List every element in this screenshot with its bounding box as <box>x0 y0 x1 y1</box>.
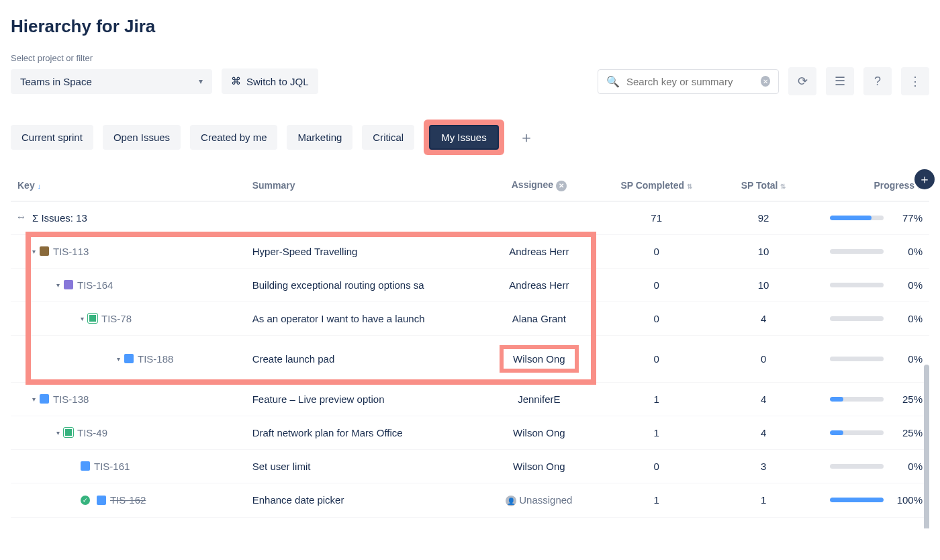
issue-spc: 1 <box>598 416 715 449</box>
issue-progress: 0% <box>818 313 923 324</box>
col-progress[interactable]: Progress ⇅ <box>812 170 929 201</box>
table-row[interactable]: ▾ TIS-188Create launch padWilson Ong000% <box>11 335 929 382</box>
chevron-down-icon[interactable]: ▾ <box>56 281 60 289</box>
table-row[interactable]: ▾ TIS-164Building exceptional routing op… <box>11 268 929 301</box>
project-select[interactable]: Teams in Space ▾ <box>11 69 212 94</box>
issue-spc: 0 <box>598 335 715 382</box>
issue-spc: 0 <box>598 449 715 483</box>
issue-assignee[interactable]: Wilson Ong <box>480 416 598 449</box>
jql-icon: ⌘ <box>231 75 241 87</box>
chevron-down-icon[interactable]: ▾ <box>32 248 36 255</box>
plus-icon: ＋ <box>919 171 931 187</box>
issue-key[interactable]: TIS-188 <box>138 353 173 365</box>
col-sp-total[interactable]: SP Total ⇅ <box>715 170 812 201</box>
issue-progress: 25% <box>818 427 923 438</box>
issue-summary[interactable]: Enhance date picker <box>246 483 481 518</box>
help-icon: ? <box>874 75 881 89</box>
epic-icon <box>64 280 73 289</box>
help-button[interactable]: ? <box>863 67 892 95</box>
issue-key[interactable]: TIS-78 <box>101 313 132 324</box>
totals-row: ⤢ Σ Issues: 13719277% <box>11 201 929 234</box>
issue-summary[interactable]: Set user limit <box>246 449 481 483</box>
refresh-button[interactable]: ⟳ <box>788 67 816 95</box>
filter-tab-critical[interactable]: Critical <box>362 125 414 150</box>
table-row[interactable]: ▾ TIS-49Draft network plan for Mars Offi… <box>11 416 929 449</box>
search-icon: 🔍 <box>606 75 620 88</box>
jql-label: Switch to JQL <box>246 76 309 87</box>
issue-assignee[interactable]: Wilson Ong <box>480 449 598 483</box>
project-select-value: Teams in Space <box>20 76 92 87</box>
totals-label: Σ Issues: 13 <box>32 212 87 224</box>
issue-summary[interactable]: Create launch pad <box>246 335 481 382</box>
done-icon: ✓ <box>81 496 90 505</box>
task-icon <box>124 354 134 363</box>
chevron-down-icon: ▾ <box>199 77 203 86</box>
issue-assignee[interactable]: JenniferE <box>480 382 598 416</box>
issue-summary[interactable]: Hyper-Speed Travelling <box>246 234 481 268</box>
filter-tab-marketing[interactable]: Marketing <box>287 125 352 150</box>
issue-spc: 0 <box>598 301 715 335</box>
chevron-down-icon[interactable]: ▾ <box>56 429 60 436</box>
filter-tab-created-by-me[interactable]: Created by me <box>190 125 277 150</box>
issue-summary[interactable]: Building exceptional routing options sa <box>246 268 481 301</box>
issue-assignee[interactable]: 👤Unassigned <box>480 483 598 518</box>
sort-button[interactable]: ☰ <box>826 67 854 95</box>
issue-assignee[interactable]: Andreas Herr <box>480 268 598 301</box>
scrollbar[interactable] <box>924 365 929 528</box>
issue-progress: 0% <box>818 246 923 257</box>
issue-key[interactable]: TIS-162 <box>110 494 146 506</box>
issue-key[interactable]: TIS-138 <box>53 393 89 405</box>
filter-tab-open-issues[interactable]: Open Issues <box>103 125 181 150</box>
col-sp-completed[interactable]: SP Completed ⇅ <box>598 170 715 201</box>
col-key[interactable]: Key ↓ <box>11 170 246 201</box>
filter-tabs: Current sprintOpen IssuesCreated by meMa… <box>11 120 929 155</box>
clear-icon[interactable]: ✕ <box>761 76 770 87</box>
issue-key[interactable]: TIS-161 <box>94 461 130 472</box>
task-icon <box>97 496 106 505</box>
top-controls: Teams in Space ▾ ⌘ Switch to JQL 🔍 ✕ ⟳ ☰… <box>11 67 929 95</box>
switch-to-jql-button[interactable]: ⌘ Switch to JQL <box>222 68 318 94</box>
issue-spc: 0 <box>598 268 715 301</box>
issue-key[interactable]: TIS-164 <box>77 279 113 291</box>
table-row[interactable]: ▾ TIS-78As an operator I want to have a … <box>11 301 929 335</box>
more-button[interactable]: ⋮ <box>901 67 929 95</box>
chevron-down-icon[interactable]: ▾ <box>117 355 120 363</box>
assignee-highlight: Wilson Ong <box>501 346 577 371</box>
issue-assignee[interactable]: Andreas Herr <box>480 234 598 268</box>
issue-spt: 1 <box>715 483 812 518</box>
add-column-button[interactable]: ＋ <box>914 169 935 189</box>
search-input[interactable] <box>625 75 755 88</box>
issue-spt: 10 <box>715 234 812 268</box>
issue-assignee[interactable]: Alana Grant <box>480 301 598 335</box>
issue-spc: 1 <box>598 382 715 416</box>
sort-icon: ☰ <box>835 74 845 89</box>
table-row[interactable]: ✓ TIS-162Enhance date picker👤Unassigned1… <box>11 483 929 518</box>
col-summary[interactable]: Summary <box>246 170 481 201</box>
epic-icon <box>40 246 49 256</box>
issue-assignee[interactable]: Wilson Ong <box>480 335 598 382</box>
issue-key[interactable]: TIS-113 <box>53 246 89 257</box>
expand-icon[interactable]: ⤢ <box>15 212 27 224</box>
refresh-icon: ⟳ <box>798 74 808 89</box>
issue-summary[interactable]: As an operator I want to have a launch <box>246 301 481 335</box>
clear-assignee-icon[interactable]: ✕ <box>556 181 567 191</box>
totals-spt: 92 <box>715 201 812 234</box>
issue-summary[interactable]: Feature – Live preview option <box>246 382 481 416</box>
search-box[interactable]: 🔍 ✕ <box>598 69 779 94</box>
table-row[interactable]: ▾ TIS-113Hyper-Speed TravellingAndreas H… <box>11 234 929 268</box>
sort-icon: ⇅ <box>687 183 692 190</box>
issue-summary[interactable]: Draft network plan for Mars Office <box>246 416 481 449</box>
filter-tab-current-sprint[interactable]: Current sprint <box>11 125 93 150</box>
add-filter-button[interactable]: ＋ <box>514 122 539 153</box>
table-row[interactable]: TIS-161Set user limitWilson Ong030% <box>11 449 929 483</box>
issue-spt: 3 <box>715 449 812 483</box>
issue-spt: 4 <box>715 416 812 449</box>
issue-spc: 1 <box>598 483 715 518</box>
filter-tab-my-issues[interactable]: My Issues <box>429 125 499 150</box>
chevron-down-icon[interactable]: ▾ <box>32 395 36 403</box>
issue-key[interactable]: TIS-49 <box>77 427 107 438</box>
table-row[interactable]: ▾ TIS-138Feature – Live preview optionJe… <box>11 382 929 416</box>
col-assignee[interactable]: Assignee ✕ <box>480 170 598 201</box>
totals-pct: 77% <box>892 212 923 224</box>
chevron-down-icon[interactable]: ▾ <box>81 315 84 322</box>
